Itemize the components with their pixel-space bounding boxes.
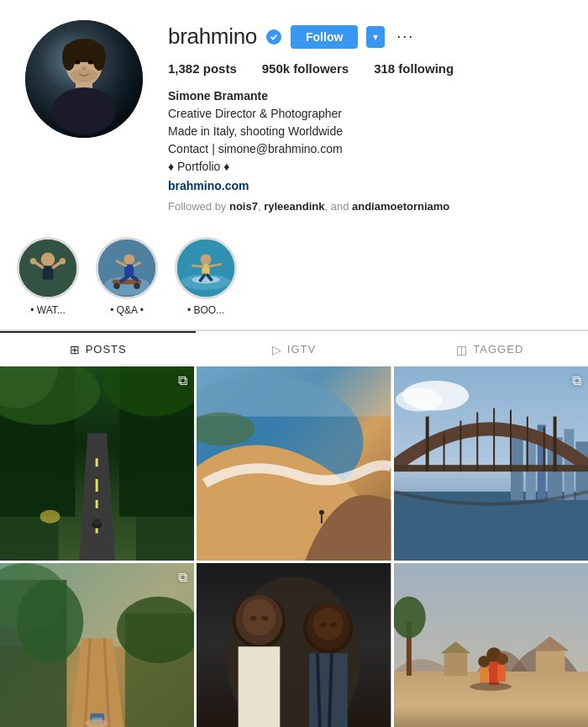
followed-by: Followed by nois7, ryleeandink, and andi… — [168, 198, 563, 215]
svg-rect-51 — [93, 519, 100, 525]
posts-stat: 1,382 posts — [168, 61, 237, 76]
profile-info: brahmino Follow ▾ ··· 1,382 posts 950k f… — [168, 20, 563, 215]
igtv-tab-icon: ▷ — [272, 343, 282, 356]
tab-tagged-label: TAGGED — [473, 343, 523, 356]
svg-rect-96 — [239, 646, 281, 727]
svg-point-23 — [134, 282, 139, 288]
photo-grid: ⧉ — [0, 366, 588, 728]
stories-row: • WAT... — [17, 237, 571, 316]
svg-point-33 — [201, 254, 212, 265]
follow-dropdown-button[interactable]: ▾ — [366, 26, 385, 48]
tab-igtv-label: IGTV — [287, 343, 316, 356]
svg-point-55 — [319, 509, 324, 514]
bio-line-1: Creative Director & Photographer — [168, 105, 563, 123]
tagged-tab-icon: ◫ — [456, 343, 468, 356]
story-item-1[interactable]: • WAT... — [17, 237, 79, 316]
photo-item-3[interactable]: ⧉ — [394, 366, 588, 561]
svg-rect-65 — [564, 429, 574, 499]
svg-point-123 — [470, 682, 512, 691]
svg-rect-57 — [197, 366, 391, 417]
svg-point-7 — [75, 61, 81, 65]
profile-header: brahmino Follow ▾ ··· 1,382 posts 950k f… — [0, 0, 588, 229]
photo-multi-icon-1: ⧉ — [178, 373, 187, 388]
svg-point-18 — [60, 258, 66, 264]
svg-point-52 — [40, 509, 60, 523]
svg-point-22 — [113, 282, 119, 288]
svg-line-35 — [192, 266, 202, 266]
followed-user-3[interactable]: andiamoetorniamo — [352, 200, 449, 213]
story-label-1: • WAT... — [30, 304, 66, 316]
svg-rect-111 — [535, 651, 564, 676]
svg-point-13 — [41, 252, 55, 266]
svg-rect-113 — [444, 653, 467, 676]
svg-rect-122 — [480, 667, 488, 682]
photo-item-6[interactable] — [394, 563, 588, 727]
tabs-section: ⊞ POSTS ▷ IGTV ◫ TAGGED — [0, 330, 588, 366]
story-item-2[interactable]: • Q&A • — [96, 237, 158, 316]
svg-point-6 — [92, 44, 106, 71]
avatar-container — [25, 20, 143, 138]
story-circle-1 — [17, 237, 79, 299]
svg-point-8 — [88, 61, 94, 65]
posts-tab-icon: ⊞ — [70, 343, 81, 356]
website-link[interactable]: brahmino.com — [168, 177, 563, 195]
bio-line-4: ♦ Portfolio ♦ — [168, 158, 563, 176]
svg-rect-67 — [394, 465, 588, 471]
more-options-button[interactable]: ··· — [393, 26, 417, 47]
svg-point-119 — [496, 653, 508, 665]
photo-multi-icon-3: ⧉ — [572, 373, 581, 388]
story-item-3[interactable]: • BOO... — [175, 237, 237, 316]
svg-point-91 — [85, 719, 108, 727]
profile-top-row: brahmino Follow ▾ ··· — [168, 24, 563, 50]
svg-point-24 — [123, 254, 134, 265]
story-label-3: • BOO... — [187, 304, 224, 316]
story-circle-3 — [175, 237, 237, 299]
photo-item-4[interactable]: ⧉ — [0, 563, 194, 727]
avatar — [25, 20, 143, 138]
follow-button[interactable]: Follow — [291, 25, 358, 49]
photo-item-2[interactable] — [197, 366, 391, 561]
photo-item-1[interactable]: ⧉ — [0, 366, 194, 561]
story-label-2: • Q&A • — [110, 304, 144, 316]
story-circle-2 — [96, 237, 158, 299]
tab-tagged[interactable]: ◫ TAGGED — [392, 331, 588, 366]
stories-section: • WAT... — [0, 229, 588, 330]
svg-rect-60 — [394, 491, 588, 560]
username: brahmino — [168, 24, 257, 50]
bio-section: Simone Bramante Creative Director & Phot… — [168, 87, 563, 215]
svg-point-3 — [52, 87, 116, 134]
svg-point-5 — [62, 44, 76, 71]
svg-point-32 — [192, 276, 219, 283]
followed-user-1[interactable]: nois7 — [229, 200, 258, 213]
followed-user-2[interactable]: ryleeandink — [264, 200, 324, 213]
svg-point-107 — [243, 599, 276, 636]
tab-posts-label: POSTS — [86, 343, 127, 356]
svg-point-108 — [313, 607, 344, 640]
svg-rect-14 — [43, 266, 54, 280]
bio-line-3: Contact | simone@brahmino.com — [168, 140, 563, 158]
svg-rect-120 — [497, 665, 506, 682]
bio-line-2: Made in Italy, shooting Worldwide — [168, 123, 563, 140]
svg-point-78 — [396, 387, 443, 411]
svg-point-10 — [266, 29, 281, 45]
svg-point-83 — [17, 580, 83, 663]
photo-item-5[interactable] — [197, 563, 391, 727]
tab-igtv[interactable]: ▷ IGTV — [196, 331, 391, 366]
verified-icon — [265, 29, 282, 45]
svg-point-121 — [478, 656, 490, 667]
svg-point-17 — [30, 258, 36, 264]
following-stat: 318 following — [374, 61, 454, 76]
followers-stat: 950k followers — [262, 61, 349, 76]
svg-line-27 — [132, 277, 137, 280]
full-name: Simone Bramante — [168, 87, 563, 105]
photo-multi-icon-4: ⧉ — [178, 570, 187, 585]
stats-row: 1,382 posts 950k followers 318 following — [168, 61, 563, 76]
svg-point-9 — [71, 69, 97, 82]
tab-posts[interactable]: ⊞ POSTS — [0, 331, 196, 366]
